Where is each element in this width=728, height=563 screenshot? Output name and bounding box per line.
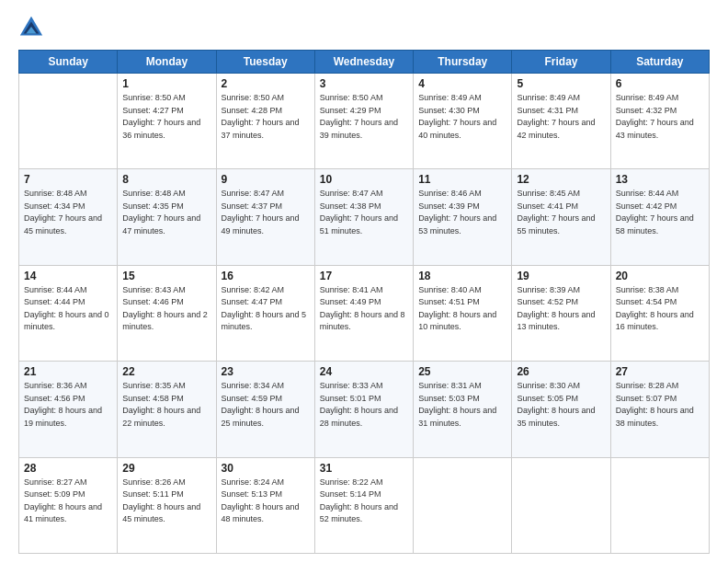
- calendar-day-cell: 1Sunrise: 8:50 AMSunset: 4:27 PMDaylight…: [118, 74, 216, 169]
- day-number: 12: [517, 173, 605, 186]
- day-number: 9: [222, 173, 310, 186]
- calendar-day-cell: 26Sunrise: 8:30 AMSunset: 5:05 PMDayligh…: [512, 362, 610, 457]
- calendar-day-cell: [610, 457, 709, 553]
- calendar-day-cell: 23Sunrise: 8:34 AMSunset: 4:59 PMDayligh…: [216, 362, 314, 457]
- day-info: Sunrise: 8:38 AMSunset: 4:54 PMDaylight:…: [616, 284, 704, 334]
- day-number: 26: [517, 365, 605, 378]
- calendar-day-cell: 10Sunrise: 8:47 AMSunset: 4:38 PMDayligh…: [314, 169, 413, 265]
- day-number: 5: [517, 77, 605, 90]
- weekday-header: Wednesday: [314, 51, 413, 74]
- day-number: 28: [24, 462, 112, 475]
- calendar-day-cell: 18Sunrise: 8:40 AMSunset: 4:51 PMDayligh…: [414, 265, 512, 361]
- weekday-header: Friday: [512, 51, 610, 74]
- day-number: 4: [418, 77, 506, 90]
- day-info: Sunrise: 8:50 AMSunset: 4:28 PMDaylight:…: [222, 92, 310, 142]
- day-number: 17: [320, 270, 408, 282]
- calendar-day-cell: 31Sunrise: 8:22 AMSunset: 5:14 PMDayligh…: [314, 457, 413, 553]
- calendar-day-cell: 28Sunrise: 8:27 AMSunset: 5:09 PMDayligh…: [19, 457, 118, 553]
- calendar-day-cell: 8Sunrise: 8:48 AMSunset: 4:35 PMDaylight…: [118, 169, 216, 265]
- day-number: 1: [122, 77, 210, 90]
- calendar-day-cell: 15Sunrise: 8:43 AMSunset: 4:46 PMDayligh…: [118, 265, 216, 361]
- calendar-day-cell: 30Sunrise: 8:24 AMSunset: 5:13 PMDayligh…: [216, 457, 314, 553]
- day-info: Sunrise: 8:46 AMSunset: 4:39 PMDaylight:…: [418, 188, 506, 237]
- calendar-day-cell: 22Sunrise: 8:35 AMSunset: 4:58 PMDayligh…: [118, 362, 216, 457]
- day-number: 18: [418, 270, 506, 282]
- header: [18, 15, 710, 40]
- calendar-week-row: 1Sunrise: 8:50 AMSunset: 4:27 PMDaylight…: [19, 74, 710, 169]
- day-number: 25: [418, 365, 506, 378]
- day-number: 21: [24, 365, 112, 378]
- page: SundayMondayTuesdayWednesdayThursdayFrid…: [0, 0, 728, 563]
- day-info: Sunrise: 8:33 AMSunset: 5:01 PMDaylight:…: [320, 380, 408, 430]
- day-number: 7: [24, 173, 112, 186]
- calendar-day-cell: 2Sunrise: 8:50 AMSunset: 4:28 PMDaylight…: [216, 74, 314, 169]
- day-info: Sunrise: 8:24 AMSunset: 5:13 PMDaylight:…: [222, 477, 310, 526]
- calendar-day-cell: [414, 457, 512, 553]
- day-number: 24: [320, 365, 408, 378]
- calendar-day-cell: 12Sunrise: 8:45 AMSunset: 4:41 PMDayligh…: [512, 169, 610, 265]
- day-info: Sunrise: 8:28 AMSunset: 5:07 PMDaylight:…: [616, 380, 704, 430]
- calendar-week-row: 28Sunrise: 8:27 AMSunset: 5:09 PMDayligh…: [19, 457, 710, 553]
- day-info: Sunrise: 8:31 AMSunset: 5:03 PMDaylight:…: [418, 380, 506, 430]
- logo-icon: [18, 15, 44, 40]
- day-info: Sunrise: 8:49 AMSunset: 4:32 PMDaylight:…: [616, 92, 704, 142]
- day-number: 30: [222, 462, 310, 475]
- day-number: 10: [320, 173, 408, 186]
- day-info: Sunrise: 8:49 AMSunset: 4:31 PMDaylight:…: [517, 92, 605, 142]
- calendar-day-cell: 24Sunrise: 8:33 AMSunset: 5:01 PMDayligh…: [314, 362, 413, 457]
- day-info: Sunrise: 8:34 AMSunset: 4:59 PMDaylight:…: [222, 380, 310, 430]
- day-info: Sunrise: 8:43 AMSunset: 4:46 PMDaylight:…: [122, 284, 210, 334]
- calendar-day-cell: [512, 457, 610, 553]
- day-info: Sunrise: 8:30 AMSunset: 5:05 PMDaylight:…: [517, 380, 605, 430]
- day-info: Sunrise: 8:50 AMSunset: 4:29 PMDaylight:…: [320, 92, 408, 142]
- day-number: 22: [122, 365, 210, 378]
- calendar-day-cell: 5Sunrise: 8:49 AMSunset: 4:31 PMDaylight…: [512, 74, 610, 169]
- day-number: 15: [122, 270, 210, 282]
- day-info: Sunrise: 8:22 AMSunset: 5:14 PMDaylight:…: [320, 477, 408, 526]
- calendar-day-cell: 4Sunrise: 8:49 AMSunset: 4:30 PMDaylight…: [414, 74, 512, 169]
- logo: [18, 15, 48, 40]
- calendar-day-cell: 27Sunrise: 8:28 AMSunset: 5:07 PMDayligh…: [610, 362, 709, 457]
- calendar-day-cell: 29Sunrise: 8:26 AMSunset: 5:11 PMDayligh…: [118, 457, 216, 553]
- day-info: Sunrise: 8:47 AMSunset: 4:38 PMDaylight:…: [320, 188, 408, 237]
- day-number: 6: [616, 77, 704, 90]
- day-info: Sunrise: 8:48 AMSunset: 4:35 PMDaylight:…: [122, 188, 210, 237]
- day-info: Sunrise: 8:48 AMSunset: 4:34 PMDaylight:…: [24, 188, 112, 237]
- weekday-header: Sunday: [19, 51, 118, 74]
- weekday-header: Monday: [118, 51, 216, 74]
- day-info: Sunrise: 8:44 AMSunset: 4:44 PMDaylight:…: [24, 284, 112, 334]
- day-info: Sunrise: 8:49 AMSunset: 4:30 PMDaylight:…: [418, 92, 506, 142]
- calendar-day-cell: 17Sunrise: 8:41 AMSunset: 4:49 PMDayligh…: [314, 265, 413, 361]
- day-number: 2: [222, 77, 310, 90]
- calendar-table: SundayMondayTuesdayWednesdayThursdayFrid…: [18, 50, 710, 554]
- calendar-day-cell: 9Sunrise: 8:47 AMSunset: 4:37 PMDaylight…: [216, 169, 314, 265]
- weekday-header: Thursday: [414, 51, 512, 74]
- calendar-day-cell: 25Sunrise: 8:31 AMSunset: 5:03 PMDayligh…: [414, 362, 512, 457]
- day-number: 31: [320, 462, 408, 475]
- weekday-header: Saturday: [610, 51, 709, 74]
- day-number: 3: [320, 77, 408, 90]
- calendar-day-cell: 13Sunrise: 8:44 AMSunset: 4:42 PMDayligh…: [610, 169, 709, 265]
- day-number: 11: [418, 173, 506, 186]
- calendar-day-cell: 11Sunrise: 8:46 AMSunset: 4:39 PMDayligh…: [414, 169, 512, 265]
- calendar-week-row: 14Sunrise: 8:44 AMSunset: 4:44 PMDayligh…: [19, 265, 710, 361]
- calendar-week-row: 21Sunrise: 8:36 AMSunset: 4:56 PMDayligh…: [19, 362, 710, 457]
- day-info: Sunrise: 8:41 AMSunset: 4:49 PMDaylight:…: [320, 284, 408, 334]
- day-info: Sunrise: 8:39 AMSunset: 4:52 PMDaylight:…: [517, 284, 605, 334]
- day-number: 29: [122, 462, 210, 475]
- day-info: Sunrise: 8:27 AMSunset: 5:09 PMDaylight:…: [24, 477, 112, 526]
- calendar-day-cell: 3Sunrise: 8:50 AMSunset: 4:29 PMDaylight…: [314, 74, 413, 169]
- day-info: Sunrise: 8:40 AMSunset: 4:51 PMDaylight:…: [418, 284, 506, 334]
- day-number: 14: [24, 270, 112, 282]
- day-info: Sunrise: 8:47 AMSunset: 4:37 PMDaylight:…: [222, 188, 310, 237]
- day-number: 23: [222, 365, 310, 378]
- day-number: 19: [517, 270, 605, 282]
- calendar-week-row: 7Sunrise: 8:48 AMSunset: 4:34 PMDaylight…: [19, 169, 710, 265]
- day-number: 27: [616, 365, 704, 378]
- calendar-day-cell: [19, 74, 118, 169]
- day-info: Sunrise: 8:45 AMSunset: 4:41 PMDaylight:…: [517, 188, 605, 237]
- day-info: Sunrise: 8:44 AMSunset: 4:42 PMDaylight:…: [616, 188, 704, 237]
- calendar-day-cell: 19Sunrise: 8:39 AMSunset: 4:52 PMDayligh…: [512, 265, 610, 361]
- day-info: Sunrise: 8:26 AMSunset: 5:11 PMDaylight:…: [122, 477, 210, 526]
- calendar-day-cell: 20Sunrise: 8:38 AMSunset: 4:54 PMDayligh…: [610, 265, 709, 361]
